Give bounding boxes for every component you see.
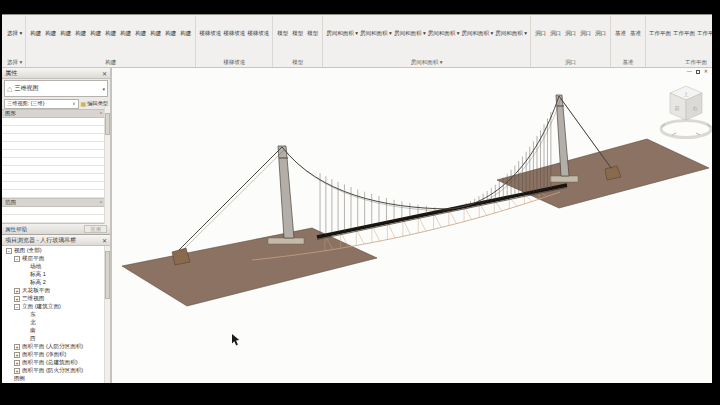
restore-icon[interactable]: [696, 70, 700, 74]
ribbon-button[interactable]: 工作平面: [672, 16, 696, 41]
property-row[interactable]: [2, 174, 105, 182]
tree-expander[interactable]: +: [14, 344, 20, 350]
apply-button[interactable]: 应用: [84, 225, 107, 233]
ribbon-group: 基准 基准 基准: [611, 16, 646, 67]
tree-item[interactable]: 图例: [4, 375, 104, 383]
ribbon-button[interactable]: 构建: [103, 16, 118, 41]
ribbon-button-label: 工作平面: [649, 30, 671, 36]
tree-item[interactable]: − 视图 (全部): [4, 247, 104, 255]
ribbon-button[interactable]: 构建: [58, 16, 73, 41]
tree-expander[interactable]: −: [6, 248, 12, 254]
property-row[interactable]: [2, 207, 105, 215]
tree-item[interactable]: + 三维视图: [4, 295, 104, 303]
property-row[interactable]: [2, 142, 105, 150]
tree-item[interactable]: 西: [4, 335, 104, 343]
ribbon-button[interactable]: 构建: [118, 16, 133, 41]
tree-expander[interactable]: +: [14, 368, 20, 374]
property-row[interactable]: [2, 118, 105, 126]
ribbon-button[interactable]: 工作平面: [648, 16, 672, 41]
ribbon-button[interactable]: 工作平面: [696, 16, 712, 41]
property-row[interactable]: [2, 182, 105, 190]
cube-face-top[interactable]: 上: [684, 91, 689, 97]
ribbon-button[interactable]: 构建: [28, 16, 43, 41]
ribbon-button-label: 构建: [165, 30, 176, 36]
tree-expander[interactable]: +: [14, 296, 20, 302]
property-row[interactable]: [2, 126, 105, 134]
tree-item[interactable]: 南: [4, 327, 104, 335]
tree-expander[interactable]: +: [14, 360, 20, 366]
ribbon-button[interactable]: 房间和面积 ▾: [460, 16, 494, 41]
close-icon[interactable]: ✕: [704, 69, 708, 74]
tree-item[interactable]: − 楼层平面: [4, 255, 104, 263]
property-row[interactable]: [2, 134, 105, 142]
tree-item[interactable]: + 面积平面 (总建筑面积): [4, 359, 104, 367]
properties-scrollbar[interactable]: [104, 107, 110, 224]
ribbon-button[interactable]: 洞口: [548, 16, 563, 41]
close-icon[interactable]: ✕: [102, 237, 107, 244]
section-header[interactable]: 范围 ^: [2, 198, 105, 207]
property-row[interactable]: [2, 215, 105, 223]
edit-type-button[interactable]: ▦ 编辑类型: [81, 100, 108, 107]
section-header[interactable]: 图形 ^: [2, 109, 105, 118]
ribbon-button[interactable]: 构建: [88, 16, 103, 41]
ribbon-button[interactable]: 房间和面积 ▾: [393, 16, 427, 41]
ribbon-button[interactable]: 模型: [290, 16, 305, 41]
ribbon-button[interactable]: 洞口: [533, 16, 548, 41]
ribbon-button[interactable]: 构建: [73, 16, 88, 41]
ribbon-button[interactable]: 洞口: [593, 16, 608, 41]
property-row[interactable]: [2, 166, 105, 174]
ribbon-button[interactable]: 楼梯坡道: [222, 16, 246, 41]
properties-help-link[interactable]: 属性帮助: [5, 226, 27, 233]
model-canvas[interactable]: 上 前 右: [112, 68, 712, 383]
type-selector[interactable]: ⌂ 三维视图 ▾: [4, 80, 108, 97]
tree-item[interactable]: − 立面 (建筑立面): [4, 303, 104, 311]
ribbon-button[interactable]: 构建: [178, 16, 193, 41]
cube-face-right[interactable]: 右: [693, 105, 698, 111]
tree-expander[interactable]: +: [14, 288, 20, 294]
tree-expander[interactable]: +: [14, 352, 20, 358]
tree-item[interactable]: 场地: [4, 263, 104, 271]
view-cube[interactable]: 上 前 右: [661, 86, 711, 138]
ribbon-button[interactable]: 选择 ▾: [6, 16, 23, 41]
ribbon-button[interactable]: 基准: [628, 16, 643, 41]
ribbon-button-label: 洞口: [580, 30, 591, 36]
tree-item[interactable]: 东: [4, 311, 104, 319]
ribbon-button[interactable]: 构建: [163, 16, 178, 41]
ribbon-button[interactable]: 房间和面积 ▾: [494, 16, 528, 41]
ribbon-button[interactable]: 构建: [133, 16, 148, 41]
ribbon-button[interactable]: 构建: [43, 16, 58, 41]
tree-item[interactable]: 北: [4, 319, 104, 327]
ribbon-button[interactable]: 基准: [613, 16, 628, 41]
close-icon[interactable]: ✕: [102, 70, 107, 77]
ribbon-button[interactable]: 模型: [305, 16, 320, 41]
ribbon-button[interactable]: 模型: [275, 16, 290, 41]
cube-face-front[interactable]: 前: [675, 105, 680, 111]
ribbon-button[interactable]: 楼梯坡道: [246, 16, 270, 41]
viewport-3d[interactable]: — ✕: [112, 68, 712, 383]
tree-expander[interactable]: −: [14, 256, 20, 262]
tree-item[interactable]: + 面积平面 (人防分区面积): [4, 343, 104, 351]
minimize-icon[interactable]: —: [687, 69, 692, 74]
tree-item[interactable]: 标高 2: [4, 279, 104, 287]
tree-expander[interactable]: −: [14, 304, 20, 310]
ribbon-button[interactable]: 房间和面积 ▾: [325, 16, 359, 41]
ribbon-button[interactable]: 楼梯坡道: [198, 16, 222, 41]
property-row[interactable]: [2, 150, 105, 158]
tree-item[interactable]: + 面积平面 (净面积): [4, 351, 104, 359]
ribbon-button-label: 楼梯坡道: [247, 30, 269, 36]
browser-scrollbar[interactable]: [104, 246, 110, 383]
property-row[interactable]: [2, 158, 105, 166]
tree-item[interactable]: 标高 1: [4, 271, 104, 279]
ribbon-button[interactable]: 房间和面积 ▾: [359, 16, 393, 41]
ribbon-button[interactable]: 洞口: [578, 16, 593, 41]
ribbon-button[interactable]: 洞口: [563, 16, 578, 41]
ribbon-button[interactable]: 房间和面积 ▾: [427, 16, 461, 41]
ribbon-group-label: 模型: [275, 58, 320, 67]
mouse-cursor: [232, 334, 239, 345]
tree-item[interactable]: + 面积平面 (防火分区面积): [4, 367, 104, 375]
tree-item-label: 南: [30, 327, 36, 335]
tree-item[interactable]: + 天花板平面: [4, 287, 104, 295]
ribbon-button[interactable]: 构建: [148, 16, 163, 41]
instance-filter-combo[interactable]: 三维视图: {三维} ∨: [4, 99, 79, 109]
property-row[interactable]: [2, 190, 105, 198]
